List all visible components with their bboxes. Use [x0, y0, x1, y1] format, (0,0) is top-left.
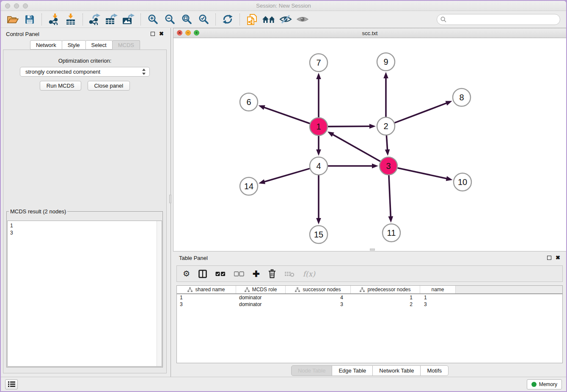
table-panel-title: Table Panel — [179, 255, 547, 261]
minimize-window-button[interactable] — [14, 3, 19, 8]
table-row[interactable]: 3 dominator 3 2 3 — [177, 301, 562, 308]
cell-successor-nodes[interactable]: 4 — [286, 295, 351, 301]
network-graph[interactable]: 1234678910111415 — [173, 38, 566, 251]
network-maximize-button[interactable]: + — [194, 30, 199, 36]
copy-network-button[interactable] — [244, 13, 259, 26]
tab-mcds[interactable]: MCDS — [112, 40, 140, 50]
status-bar: Memory — [1, 377, 566, 391]
cell-mcds-role[interactable]: dominator — [236, 295, 286, 301]
column-header-name[interactable]: name — [420, 286, 456, 293]
column-header-shared-name[interactable]: shared name — [177, 286, 236, 293]
cell-mcds-role[interactable]: dominator — [236, 301, 286, 307]
tab-edge-table[interactable]: Edge Table — [332, 365, 373, 376]
zoom-window-button[interactable] — [23, 3, 28, 8]
export-network-button[interactable] — [87, 13, 102, 26]
run-mcds-button[interactable]: Run MCDS — [40, 81, 81, 91]
optimization-criterion-dropdown[interactable]: strongly connected component — [20, 67, 150, 77]
select-all-columns-icon[interactable] — [215, 271, 226, 276]
open-session-button[interactable] — [5, 13, 20, 26]
save-icon — [25, 15, 34, 24]
cell-name[interactable]: 3 — [420, 301, 456, 307]
cell-shared-name[interactable]: 1 — [177, 295, 236, 301]
result-scrollbar[interactable] — [157, 221, 162, 366]
zoom-out-button[interactable] — [162, 13, 177, 26]
network-canvas[interactable]: 1234678910111415 — [173, 38, 566, 251]
column-header-predecessor-nodes[interactable]: predecessor nodes — [351, 286, 420, 293]
zoom-selected-button[interactable] — [196, 13, 211, 26]
cell-predecessor-nodes[interactable]: 2 — [351, 301, 420, 307]
close-panel-button[interactable]: Close panel — [88, 81, 130, 91]
table-tabs: Node Table Edge Table Network Table Moti… — [173, 365, 566, 376]
tab-network[interactable]: Network — [30, 40, 62, 50]
column-label: name — [431, 287, 444, 293]
node-table: shared name MCDS role successor nodes — [176, 285, 563, 363]
graph-node-label: 10 — [458, 177, 467, 187]
close-table-panel-icon[interactable]: ✖ — [556, 256, 560, 260]
export-table-button[interactable] — [104, 13, 119, 26]
create-column-icon[interactable]: ✚ — [253, 269, 260, 279]
cell-successor-nodes[interactable]: 3 — [286, 301, 351, 307]
float-table-panel-icon[interactable] — [547, 256, 551, 260]
zoom-in-icon — [148, 14, 158, 25]
network-close-button[interactable]: ✕ — [177, 30, 182, 36]
cell-predecessor-nodes[interactable]: 1 — [351, 295, 420, 301]
refresh-view-button[interactable] — [220, 13, 235, 26]
float-panel-icon[interactable] — [151, 32, 155, 36]
refresh-icon — [222, 14, 233, 25]
tab-node-table[interactable]: Node Table — [291, 365, 333, 376]
import-network-button[interactable] — [46, 13, 61, 26]
memory-button[interactable]: Memory — [527, 379, 562, 389]
column-label: MCDS role — [252, 287, 277, 293]
table-row[interactable]: 1 dominator 4 1 1 — [177, 294, 562, 301]
graph-node-label: 8 — [459, 93, 464, 102]
close-window-button[interactable] — [5, 3, 10, 8]
network-window: ✕ − + scc.txt 1234678910111415 — [173, 28, 566, 251]
mcds-tab-panel: Optimization criterion: strongly connect… — [3, 50, 167, 373]
show-columns-icon[interactable] — [198, 270, 207, 278]
network-hscroll-handle[interactable] — [370, 248, 375, 251]
memory-label: Memory — [539, 381, 557, 387]
zoom-selected-icon — [198, 14, 209, 25]
hide-eye-icon — [279, 14, 292, 24]
graph-node-label: 2 — [383, 121, 388, 131]
cell-name[interactable]: 1 — [420, 295, 456, 301]
graph-node-label: 1 — [316, 122, 321, 131]
hide-panel-button[interactable] — [278, 13, 293, 26]
delete-table-icon-disabled — [284, 271, 295, 277]
application-window: Session: New Session — [1, 1, 566, 391]
home-button[interactable] — [261, 13, 276, 26]
tab-select[interactable]: Select — [85, 40, 113, 50]
zoom-fit-button[interactable] — [179, 13, 194, 26]
graph-node-label: 15 — [314, 230, 323, 239]
column-label: successor nodes — [303, 287, 341, 293]
export-image-button[interactable] — [121, 13, 136, 26]
zoom-in-button[interactable] — [145, 13, 160, 26]
hierarchy-icon — [295, 287, 300, 292]
cell-shared-name[interactable]: 3 — [177, 301, 236, 307]
zoom-out-icon — [165, 14, 175, 25]
panel-divider[interactable] — [169, 28, 172, 377]
hierarchy-icon — [245, 287, 250, 292]
column-label: shared name — [195, 287, 225, 293]
column-header-mcds-role[interactable]: MCDS role — [236, 286, 286, 293]
save-session-button[interactable] — [22, 13, 37, 26]
show-panel-button[interactable] — [295, 13, 310, 26]
tab-network-table[interactable]: Network Table — [372, 365, 421, 376]
home-icon — [262, 14, 275, 25]
table-settings-gear-icon[interactable]: ⚙ — [183, 269, 190, 279]
delete-column-icon[interactable] — [268, 269, 276, 278]
close-panel-icon[interactable]: ✖ — [159, 32, 164, 36]
divider-handle[interactable] — [169, 195, 171, 203]
table-toolbar: ⚙ ✚ f — [176, 265, 563, 282]
tab-style[interactable]: Style — [62, 40, 86, 50]
network-window-title: scc.txt — [362, 30, 378, 36]
column-header-successor-nodes[interactable]: successor nodes — [286, 286, 351, 293]
mcds-result-textarea[interactable]: 1 3 — [7, 221, 162, 367]
task-history-button[interactable] — [5, 379, 18, 389]
unselect-all-columns-icon[interactable] — [234, 271, 244, 276]
network-minimize-button[interactable]: − — [185, 30, 191, 36]
table-header-row: shared name MCDS role successor nodes — [177, 286, 562, 294]
tab-motifs[interactable]: Motifs — [420, 365, 449, 376]
search-input[interactable] — [437, 14, 560, 25]
import-table-button[interactable] — [63, 13, 78, 26]
